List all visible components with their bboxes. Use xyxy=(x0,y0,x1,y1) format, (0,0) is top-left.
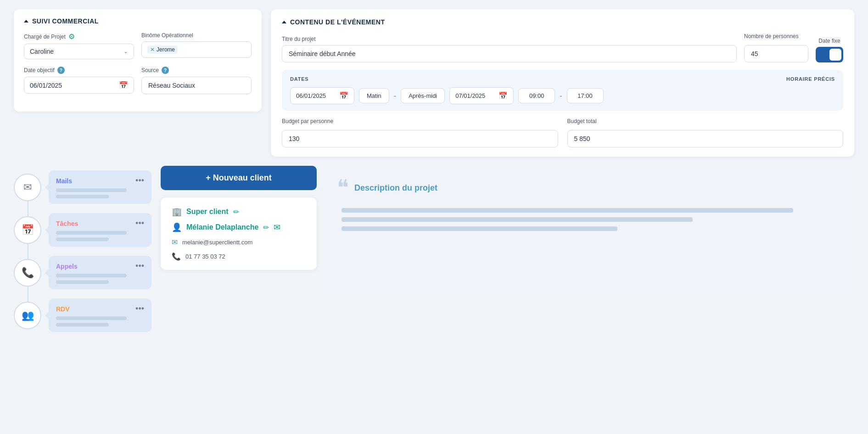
date-objectif-field[interactable]: 06/01/2025 📅 xyxy=(24,77,134,94)
nombre-personnes-input[interactable] xyxy=(744,45,808,62)
time-end-input[interactable]: 17:00 xyxy=(567,88,604,103)
desc-line-2 xyxy=(342,217,693,222)
dates-header: DATES HORAIRE PRÉCIS xyxy=(290,76,835,82)
email-icon: ✉ xyxy=(172,238,178,247)
client-section: + Nouveau client 🏢 Super client ✏ 👤 Méla… xyxy=(161,166,317,270)
charge-label: Chargé de Projet ⚙ xyxy=(24,32,134,41)
mails-line-1 xyxy=(56,188,127,192)
taches-card-header: Tâches ••• xyxy=(56,219,144,228)
timeline-item-taches: 📅 Tâches ••• xyxy=(14,209,151,251)
email-text: melanie@superclientt.com xyxy=(182,239,252,246)
budget-personne-input[interactable] xyxy=(282,130,558,147)
binome-group: Binôme Opérationnel ✕ Jerome xyxy=(141,32,252,59)
suivi-header: SUIVI COMMERCIAL xyxy=(24,17,252,25)
description-header: ❝ Description du projet xyxy=(337,177,843,199)
dates-title: DATES xyxy=(290,76,308,82)
event-title: CONTENU DE L'ÉVÉNEMENT xyxy=(290,18,385,26)
date-debut-calendar-icon: 📅 xyxy=(339,91,348,100)
budget-personne-group: Budget par personne xyxy=(282,118,558,147)
quote-icon: ❝ xyxy=(337,177,349,199)
help-icon: ? xyxy=(57,67,65,74)
description-lines xyxy=(337,208,843,231)
contact-row: 👤 Mélanie Delaplanche ✏ ✉ xyxy=(172,222,306,232)
contact-name: Mélanie Delaplanche xyxy=(186,223,258,231)
mails-icon-circle[interactable]: ✉ xyxy=(14,174,41,201)
rdv-card: RDV ••• xyxy=(49,299,151,332)
taches-title: Tâches xyxy=(56,220,78,227)
company-icon: 🏢 xyxy=(172,207,182,217)
mails-dots-icon[interactable]: ••• xyxy=(135,176,144,186)
binome-label: Binôme Opérationnel xyxy=(141,32,252,39)
desc-line-1 xyxy=(342,208,793,213)
appels-icon-circle[interactable]: 📞 xyxy=(14,259,41,287)
event-row-1: Titre du projet Nombre de personnes Date… xyxy=(282,33,843,62)
nombre-personnes-label: Nombre de personnes xyxy=(744,33,808,39)
toggle-thumb xyxy=(829,49,841,61)
appels-icon: 📞 xyxy=(22,267,34,279)
budget-total-input[interactable] xyxy=(567,130,844,147)
timeline-item-rdv: 👥 RDV ••• xyxy=(14,294,151,337)
event-content-panel: CONTENU DE L'ÉVÉNEMENT Titre du projet N… xyxy=(271,9,854,157)
appels-line-1 xyxy=(56,274,127,277)
timeline-section: ✉ Mails ••• 📅 Tâches xyxy=(14,166,151,337)
appels-line-2 xyxy=(56,280,109,284)
budget-row: Budget par personne Budget total xyxy=(282,118,843,147)
calendar-icon[interactable]: 📅 xyxy=(119,81,128,90)
period-matin-btn[interactable]: Matin xyxy=(359,88,389,103)
mails-card-header: Mails ••• xyxy=(56,176,144,186)
rdv-title: RDV xyxy=(56,305,70,313)
nouveau-client-button[interactable]: + Nouveau client xyxy=(161,166,317,190)
rdv-line-2 xyxy=(56,323,109,327)
nombre-personnes-group: Nombre de personnes xyxy=(744,33,808,62)
date-objectif-label: Date objectif ? xyxy=(24,67,134,74)
person-icon: 👤 xyxy=(172,222,182,232)
gear-icon[interactable]: ⚙ xyxy=(68,32,75,41)
taches-icon-circle[interactable]: 📅 xyxy=(14,216,41,244)
tag-remove-icon[interactable]: ✕ xyxy=(150,46,155,53)
taches-card: Tâches ••• xyxy=(49,213,151,247)
date-fin-calendar-icon: 📅 xyxy=(498,91,508,100)
budget-total-group: Budget total xyxy=(567,118,844,147)
binome-field: ✕ Jerome xyxy=(141,41,252,58)
titre-projet-group: Titre du projet xyxy=(282,36,737,62)
titre-projet-input[interactable] xyxy=(282,45,737,62)
rdv-dots-icon[interactable]: ••• xyxy=(135,304,144,314)
source-help-icon: ? xyxy=(162,67,169,74)
titre-projet-label: Titre du projet xyxy=(282,36,737,42)
chevron-up-icon[interactable] xyxy=(24,20,28,23)
taches-dots-icon[interactable]: ••• xyxy=(135,219,144,228)
date-fin-picker[interactable]: 07/01/2025 📅 xyxy=(449,87,514,104)
period-apres-midi-btn[interactable]: Après-midi xyxy=(401,88,445,103)
desc-line-3 xyxy=(342,226,617,231)
source-label: Source ? xyxy=(141,67,252,74)
taches-line-2 xyxy=(56,237,109,241)
appels-card: Appels ••• xyxy=(49,256,151,289)
timeline-item-mails: ✉ Mails ••• xyxy=(14,166,151,209)
source-field[interactable]: Réseau Sociaux xyxy=(141,77,252,94)
taches-icon: 📅 xyxy=(22,224,34,236)
time-start-input[interactable]: 09:00 xyxy=(518,88,555,103)
date-fixe-toggle[interactable] xyxy=(816,47,843,62)
event-chevron-icon[interactable] xyxy=(282,21,286,23)
appels-dots-icon[interactable]: ••• xyxy=(135,261,144,271)
rdv-line-1 xyxy=(56,316,127,320)
mail-icon: ✉ xyxy=(23,181,32,193)
description-section: ❝ Description du projet xyxy=(326,166,854,294)
date-debut-picker[interactable]: 06/01/2025 📅 xyxy=(290,87,354,104)
rdv-card-header: RDV ••• xyxy=(56,304,144,314)
date-fixe-group: Date fixe xyxy=(816,38,843,62)
company-edit-icon[interactable]: ✏ xyxy=(233,208,239,216)
charge-select[interactable]: Caroline ⌄ xyxy=(24,44,134,59)
rdv-icon: 👥 xyxy=(22,310,34,321)
contact-edit-icon[interactable]: ✏ xyxy=(263,223,269,232)
rdv-icon-circle[interactable]: 👥 xyxy=(14,302,41,329)
email-row: ✉ melanie@superclientt.com xyxy=(172,238,306,247)
client-card: 🏢 Super client ✏ 👤 Mélanie Delaplanche ✏… xyxy=(161,197,317,270)
chevron-down-icon: ⌄ xyxy=(123,48,128,55)
contact-mail-icon[interactable]: ✉ xyxy=(274,222,280,232)
dates-section: DATES HORAIRE PRÉCIS 06/01/2025 📅 Matin … xyxy=(282,70,843,111)
suivi-title: SUIVI COMMERCIAL xyxy=(32,17,99,25)
mails-card: Mails ••• xyxy=(49,170,151,204)
time-dash: - xyxy=(560,92,562,100)
suivi-row-2: Date objectif ? 06/01/2025 📅 Source ? Ré… xyxy=(24,67,252,94)
